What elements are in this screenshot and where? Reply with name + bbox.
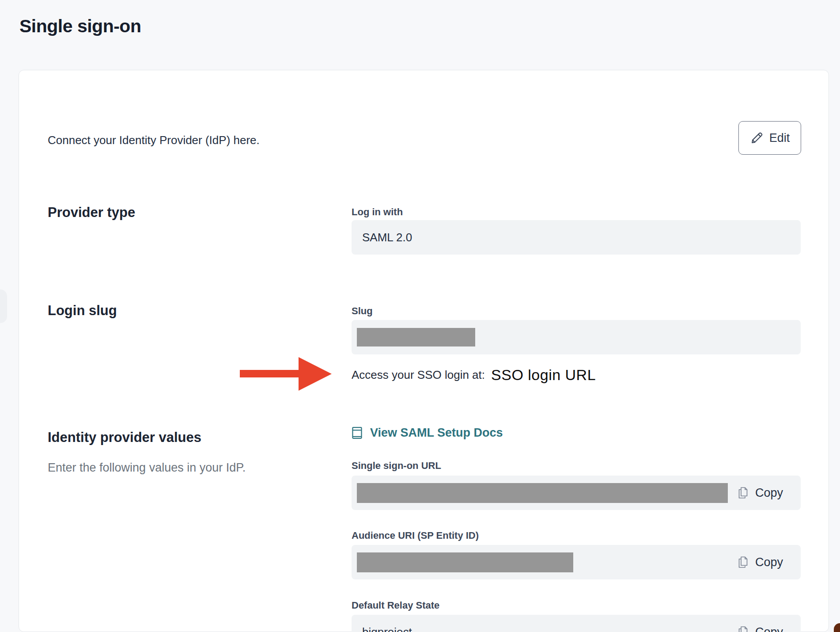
copy-button-label: Copy [755, 625, 783, 632]
annotation-arrow [240, 357, 332, 392]
redacted-sso-url-value [357, 483, 728, 503]
copy-audience-uri-button[interactable]: Copy [738, 556, 783, 569]
copy-sso-url-button[interactable]: Copy [738, 486, 783, 500]
copy-relay-state-button[interactable]: Copy [738, 625, 783, 632]
audience-uri-label: Audience URI (SP Entity ID) [352, 530, 479, 541]
redacted-audience-uri-value [357, 552, 573, 572]
default-relay-state-field: bigproject Copy [352, 615, 801, 632]
provider-type-heading: Provider type [48, 205, 135, 221]
left-edge-handle [0, 289, 7, 323]
copy-button-label: Copy [755, 556, 783, 569]
book-icon [352, 426, 363, 439]
provider-type-value: SAML 2.0 [362, 231, 412, 244]
edit-button-label: Edit [769, 131, 790, 145]
idp-values-heading: Identity provider values [48, 430, 201, 445]
provider-type-field: SAML 2.0 [352, 220, 801, 255]
sso-login-url-annotation: SSO login URL [491, 366, 596, 384]
screen-corner-artifact [834, 623, 840, 632]
idp-values-subheading: Enter the following values in your IdP. [48, 461, 246, 475]
slug-label: Slug [352, 305, 373, 317]
sso-login-note: Access your SSO login at: SSO login URL [352, 362, 596, 388]
login-slug-heading: Login slug [48, 303, 117, 319]
saml-docs-link-label: View SAML Setup Docs [370, 426, 503, 440]
sso-url-field: Copy [352, 476, 801, 510]
slug-field [352, 320, 801, 354]
default-relay-state-value: bigproject [362, 625, 412, 632]
intro-text: Connect your Identity Provider (IdP) her… [48, 133, 260, 147]
login-with-label: Log in with [352, 206, 403, 218]
page-title: Single sign-on [19, 16, 141, 37]
edit-button[interactable]: Edit [738, 121, 801, 155]
copy-icon [738, 626, 749, 632]
audience-uri-field: Copy [352, 545, 801, 579]
sso-url-label: Single sign-on URL [352, 460, 441, 472]
pencil-icon [750, 131, 764, 145]
redacted-slug-value [357, 328, 475, 346]
copy-button-label: Copy [755, 486, 783, 500]
default-relay-state-label: Default Relay State [352, 600, 439, 611]
saml-docs-link[interactable]: View SAML Setup Docs [352, 424, 503, 442]
sso-settings-card: Connect your Identity Provider (IdP) her… [19, 70, 829, 632]
copy-icon [738, 487, 749, 499]
copy-icon [738, 556, 749, 568]
sso-note-prefix: Access your SSO login at: [352, 368, 485, 382]
